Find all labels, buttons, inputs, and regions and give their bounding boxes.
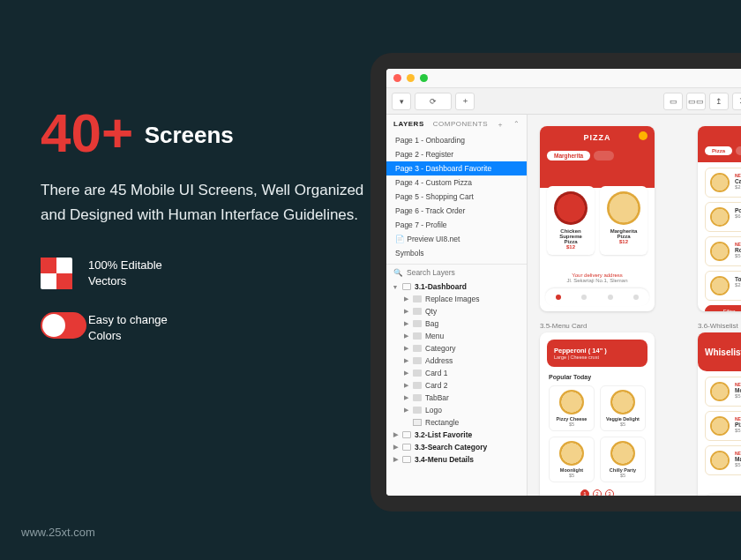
panel-overflow-icon[interactable]: ⌃ (513, 120, 520, 130)
tool-zoom[interactable]: ⟳ (415, 93, 452, 110)
toggle-icon (41, 312, 86, 339)
menu-hero: Pepperoni ( 14" ) Large | Cheese crust (547, 340, 647, 367)
artboard-layer[interactable]: ▶3.3-Search Category (386, 441, 527, 453)
page-row[interactable]: Page 7 - Profile (386, 218, 527, 232)
canvas[interactable]: PIZZA Margherita Chicken Supreme Pizza (528, 115, 741, 496)
page-row[interactable]: Page 1 - Onboarding (386, 133, 527, 147)
product-card: Margherita Pizza $12 (600, 186, 647, 255)
tool-group[interactable]: ▭ (663, 93, 683, 110)
artboard-dashboard[interactable]: PIZZA Margherita Chicken Supreme Pizza (540, 123, 655, 311)
list-item: NEW RECIPEMozzarela$5 (705, 377, 741, 407)
laptop-frame: Fo ▾ ⟳ ＋ ▭ ▭▭ ↥ ↧ ◑ ⤢ ✎ ◆ LAYERS COMPONE… (370, 53, 741, 511)
layer-item[interactable]: Rectangle (386, 416, 527, 429)
hero-big: 40+ (41, 106, 133, 161)
layer-tree: ▼ 3.1-Dashboard ▶Replace Images ▶Qty ▶Ba… (386, 280, 527, 496)
artboard-layer[interactable]: ▼ 3.1-Dashboard (386, 280, 527, 293)
page-row-selected[interactable]: Page 3 - Dashboard Favorite (386, 161, 527, 175)
subtitle: Bookmark (705, 341, 741, 347)
hero: 40+ Screens There are 45 Mobile UI Scree… (41, 106, 376, 344)
phone-mock: PIZZA Margherita Chicken Supreme Pizza (540, 126, 655, 311)
maximize-icon[interactable] (420, 74, 428, 82)
chip: Margherita (547, 151, 590, 161)
feat2-l1: Easy to change (88, 312, 168, 328)
tool-forward[interactable]: ↥ (709, 93, 729, 110)
layers-panel: LAYERS COMPONENTS ＋ ⌃ Page 1 - Onboardin… (386, 115, 528, 496)
vectors-icon (41, 258, 72, 289)
filter-button: Filter (705, 305, 741, 311)
list-item: Tomato Salad$2 (705, 271, 741, 301)
artboard-title: 3.5-Menu Card (540, 322, 655, 330)
phone-mock: Offers Pizza Drinks NEW RECIPECaprese Sa… (698, 126, 741, 311)
layer-item[interactable]: ▶TabBar (386, 392, 527, 404)
add-page-icon[interactable]: ＋ (497, 120, 505, 130)
layer-item[interactable]: ▶Logo (386, 404, 527, 416)
address-label: Your delivery address Jl. Sekartaji No.1… (540, 271, 655, 285)
brand-label: PIZZA (547, 133, 647, 142)
grid-card: Chilly Party$5 (600, 437, 646, 482)
page-row[interactable]: 📄 Preview UI8.net (386, 232, 527, 246)
pizza-icon (607, 191, 640, 225)
list-item: NEW RECIPEPizzaroni$5 (705, 411, 741, 441)
pages-list: Page 1 - Onboarding Page 2 - Register Pa… (386, 130, 527, 264)
tabbar (703, 495, 741, 496)
close-icon[interactable] (393, 74, 401, 82)
page-row[interactable]: Page 6 - Track Order (386, 204, 527, 218)
search-icon: 🔍 (393, 268, 403, 277)
artboard-list-favorite[interactable]: Offers Pizza Drinks NEW RECIPECaprese Sa… (698, 123, 741, 311)
tool-insert[interactable]: ＋ (455, 93, 475, 110)
product-card: Chicken Supreme Pizza $12 (547, 186, 595, 255)
artboard-layer[interactable]: ▶3.4-Menu Details (386, 453, 527, 466)
layer-item[interactable]: ▶Menu (386, 330, 527, 342)
tool-ungroup[interactable]: ▭▭ (686, 93, 706, 110)
tool-backward[interactable]: ↧ (732, 93, 741, 110)
tool-collapse[interactable]: ▾ (392, 93, 411, 110)
layer-item[interactable]: ▶Card 1 (386, 367, 527, 379)
feature-colors: Easy to change Colors (41, 312, 376, 344)
search-layers: 🔍 (386, 264, 527, 280)
page-row[interactable]: Page 4 - Custom Pizza (386, 175, 527, 190)
layer-item[interactable]: ▶Category (386, 342, 527, 355)
header-label: Offers (705, 133, 741, 141)
phone-mock: Pepperoni ( 14" ) Large | Cheese crust P… (540, 332, 655, 496)
page-row[interactable]: Page 2 - Register (386, 147, 527, 161)
toolbar: ▾ ⟳ ＋ ▭ ▭▭ ↥ ↧ ◑ ⤢ ✎ ◆ (386, 88, 741, 115)
feat1-l1: 100% Editable (88, 258, 162, 273)
feat1-l2: Vectors (88, 273, 162, 289)
layer-item[interactable]: ▶Address (386, 355, 527, 367)
watermark: www.25xt.com (21, 526, 95, 539)
avatar-icon (633, 295, 639, 300)
list-item: NEW RECIPERoasted Spaghetti$5 (705, 236, 741, 266)
pager: 1 2 3 (540, 489, 655, 496)
feature-vectors: 100% Editable Vectors (41, 258, 376, 289)
grid-card: Pizzy Cheese$5 (549, 385, 595, 431)
notification-icon (639, 131, 647, 140)
feat2-l2: Colors (88, 328, 168, 344)
artboard-menu-card[interactable]: 3.5-Menu Card Pepperoni ( 14" ) Large | … (540, 322, 655, 496)
artboard-whiselist[interactable]: 3.6-Whiselist Bookmark Whiselist 07 NEW … (698, 322, 741, 496)
tab-components[interactable]: COMPONENTS (433, 120, 488, 130)
title: Whiselist 07 (705, 347, 741, 357)
tabbar (545, 288, 649, 306)
window-title: Fo (433, 74, 741, 83)
artboard-title: 3.6-Whiselist (698, 322, 741, 330)
list-item: NEW RECIPECaprese Salad$2 (705, 168, 741, 198)
layer-item[interactable]: ▶Replace Images (386, 293, 527, 305)
page-row[interactable]: Symbols (386, 246, 527, 260)
page-row[interactable]: Page 5 - Shopping Cart (386, 190, 527, 204)
list-item: Pork Chops Rice$6 (705, 202, 741, 232)
panel-tabs: LAYERS COMPONENTS ＋ ⌃ (386, 115, 527, 130)
hero-desc: There are 45 Mobile UI Screens, Well Org… (41, 178, 376, 228)
titlebar: Fo (386, 69, 741, 88)
artboard-layer[interactable]: ▶3.2-List Favorite (386, 429, 527, 441)
tab-layers[interactable]: LAYERS (393, 120, 424, 130)
workspace: LAYERS COMPONENTS ＋ ⌃ Page 1 - Onboardin… (386, 115, 741, 496)
layer-item[interactable]: ▶Bag (386, 317, 527, 330)
chip (594, 151, 614, 161)
layer-item[interactable]: ▶Qty (386, 305, 527, 317)
search-layers-input[interactable] (407, 268, 520, 277)
list-item: NEW RECIPEMargherita$5 (705, 445, 741, 475)
pill: Drinks (736, 146, 741, 155)
layer-item[interactable]: ▶Card 2 (386, 379, 527, 392)
minimize-icon[interactable] (407, 74, 415, 82)
pill: Pizza (705, 146, 732, 155)
